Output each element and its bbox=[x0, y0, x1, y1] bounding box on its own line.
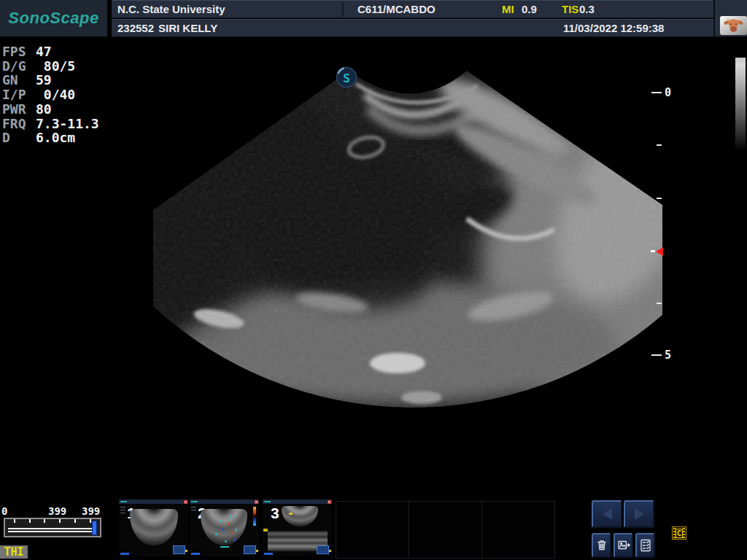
header-divider bbox=[342, 2, 344, 17]
film-perforation bbox=[683, 528, 685, 538]
mi-value: 0.9 bbox=[522, 1, 537, 18]
brand-logo-text: SonoScape bbox=[8, 9, 98, 28]
param-value: 47 bbox=[36, 44, 52, 59]
tis-value: 0.3 bbox=[579, 1, 595, 18]
param-value: 80/5 bbox=[36, 58, 75, 74]
ruler-tick bbox=[657, 144, 662, 146]
institution-label: N.C. State University bbox=[117, 1, 225, 18]
chevron-left-icon bbox=[603, 508, 612, 520]
thumbnail-empty-slot bbox=[481, 501, 555, 559]
param-row-ip: I/P 0/40 bbox=[2, 88, 99, 102]
thumbnail-1[interactable]: 1 bbox=[119, 499, 188, 556]
tis-label: TIS bbox=[562, 1, 578, 18]
trash-icon bbox=[595, 538, 609, 553]
param-label: FPS bbox=[2, 44, 36, 59]
close-icon[interactable] bbox=[328, 500, 331, 504]
doppler-dot bbox=[232, 532, 234, 534]
focus-marker bbox=[656, 247, 663, 256]
gain-tick bbox=[74, 519, 76, 523]
thumb-status-box bbox=[244, 545, 256, 554]
doppler-dot bbox=[235, 529, 237, 531]
thumbnail-empty-slot bbox=[409, 501, 482, 559]
datetime-label: 11/03/2022 12:59:38 bbox=[563, 20, 664, 36]
exam-type-button[interactable] bbox=[720, 16, 747, 35]
gain-slider-marker[interactable] bbox=[92, 521, 97, 535]
gain-tick bbox=[44, 519, 45, 523]
thumbnail-mini-image bbox=[201, 509, 247, 545]
doppler-dot bbox=[233, 539, 236, 541]
thumb-progress-bar bbox=[191, 553, 200, 555]
ruler-tick bbox=[651, 354, 662, 356]
thumb-status-box bbox=[317, 545, 329, 554]
param-label: FRQ bbox=[2, 117, 36, 131]
thumbnail-3[interactable]: 3 bbox=[263, 499, 332, 556]
film-perforation bbox=[673, 528, 676, 538]
report-button[interactable] bbox=[635, 533, 655, 558]
chevron-right-icon bbox=[635, 508, 644, 520]
close-icon[interactable] bbox=[184, 500, 187, 504]
brand-logo: SonoScape bbox=[0, 0, 107, 36]
m-cursor-mark bbox=[289, 513, 293, 515]
doppler-dot bbox=[219, 520, 221, 522]
next-page-button[interactable] bbox=[624, 500, 654, 528]
thumb-yellow-mark bbox=[263, 529, 268, 532]
gain-tick bbox=[29, 519, 31, 523]
doppler-color-bar bbox=[253, 507, 256, 526]
doppler-dot bbox=[225, 540, 227, 542]
thumbnail-mini-image bbox=[282, 506, 318, 526]
thumbnail-titlebar bbox=[190, 499, 259, 504]
thumb-param-line bbox=[191, 507, 196, 508]
delete-button[interactable] bbox=[592, 533, 611, 558]
param-row-d: D6.0cm bbox=[2, 131, 99, 145]
param-row-fps: FPS47 bbox=[2, 44, 99, 59]
cine-marker-label: C bbox=[676, 529, 684, 538]
gain-tick bbox=[14, 519, 15, 523]
ruler-tick bbox=[657, 198, 662, 199]
param-value: 80 bbox=[36, 101, 52, 117]
thi-indicator: THI bbox=[0, 545, 28, 559]
gain-track-line bbox=[8, 528, 94, 529]
doppler-dot bbox=[215, 533, 217, 535]
param-value: 6.0cm bbox=[36, 130, 75, 145]
thumbnail-titlebar bbox=[263, 499, 332, 504]
thumb-param-line bbox=[191, 510, 196, 510]
gain-track-line bbox=[8, 531, 94, 532]
gain-tick bbox=[59, 519, 61, 523]
header-bar: N.C. State University C611/MCABDO MI 0.9… bbox=[112, 0, 713, 36]
b-mode-sector bbox=[117, 44, 671, 438]
thumb-cine-dot bbox=[185, 550, 187, 552]
previous-page-button[interactable] bbox=[592, 500, 622, 528]
param-value: 7.3-11.3 bbox=[36, 116, 99, 131]
cow-icon bbox=[721, 17, 746, 34]
thumb-cine-dot bbox=[329, 550, 331, 552]
grayscale-map-bar bbox=[735, 58, 746, 151]
export-button[interactable] bbox=[614, 533, 633, 558]
param-row-frq: FRQ7.3-11.3 bbox=[2, 117, 99, 131]
thumb-progress-bar bbox=[264, 553, 273, 555]
param-row-gn: GN59 bbox=[2, 73, 99, 88]
mi-label: MI bbox=[502, 1, 514, 18]
probe-preset-label: C611/MCABDO bbox=[357, 1, 436, 18]
close-icon[interactable] bbox=[255, 500, 258, 504]
patient-id: 232552 bbox=[117, 20, 154, 36]
ruler-tick bbox=[651, 92, 662, 93]
s-orientation-marker: S bbox=[337, 68, 357, 88]
orientation-marker-text: S bbox=[343, 71, 350, 85]
gain-scale-label: 0 bbox=[1, 505, 7, 517]
param-label: GN bbox=[2, 73, 36, 88]
thumb-param-line bbox=[120, 507, 125, 508]
thumbnail-2[interactable]: 2 bbox=[190, 499, 259, 556]
thumb-param-line bbox=[120, 510, 125, 510]
header-row-2: 232552 SIRI KELLY 11/03/2022 12:59:38 bbox=[112, 19, 713, 37]
mini-logo-icon bbox=[191, 501, 198, 502]
ultrasound-image: S bbox=[117, 44, 671, 438]
thumbnail-empty-slot bbox=[336, 501, 409, 559]
cine-marker: C bbox=[672, 526, 686, 540]
scan-parameters: FPS47 D/G 80/5 GN59 I/P 0/40 PWR80 FRQ7.… bbox=[2, 44, 99, 145]
exam-type-cell bbox=[713, 0, 747, 36]
gain-scale-label: 399 bbox=[82, 505, 100, 517]
gain-slider[interactable] bbox=[4, 518, 101, 537]
thumb-progress-bar bbox=[120, 553, 129, 555]
thumbnail-index: 3 bbox=[271, 505, 279, 522]
focus-marker-dash bbox=[651, 250, 655, 252]
